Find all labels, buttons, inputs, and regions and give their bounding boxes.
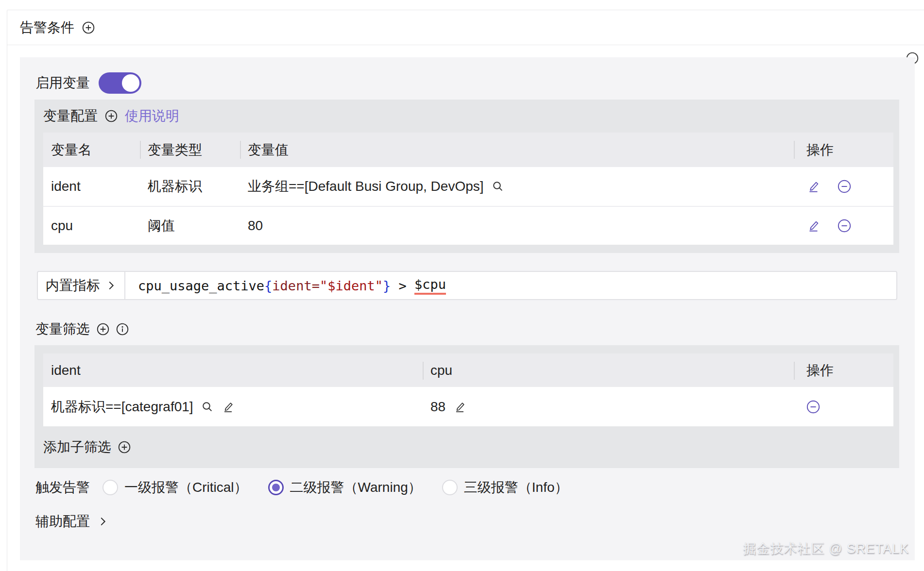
column-header: ident xyxy=(43,353,423,387)
edit-icon[interactable] xyxy=(453,400,467,414)
filter-cpu-text: 88 xyxy=(430,399,445,415)
variable-filter-section: identcpu操作 机器标识==[categraf01]88 添加子筛选 xyxy=(34,345,899,468)
column-header: 变量名 xyxy=(43,133,140,167)
severity-radio-option[interactable]: 一级报警（Critical） xyxy=(103,478,248,497)
variable-name: ident xyxy=(43,179,140,194)
alert-condition-card: 告警条件 启用变量 变量配置 使用说明 变量名变量类型变量值操作 ident机器… xyxy=(7,10,924,571)
promql-token: cpu_usage_active xyxy=(138,278,264,293)
chevron-right-icon xyxy=(98,516,108,527)
remove-row-minus-icon[interactable] xyxy=(806,400,820,414)
edit-icon[interactable] xyxy=(806,218,821,233)
radio-unselected-icon[interactable] xyxy=(442,480,458,495)
promql-token: ident= xyxy=(272,278,320,293)
severity-radio-option[interactable]: 三级报警（Info） xyxy=(442,478,568,497)
promql-token: > xyxy=(391,278,414,293)
variable-type: 阈值 xyxy=(140,217,240,235)
add-sub-filter-plus-icon xyxy=(118,441,131,453)
enable-variable-toggle[interactable] xyxy=(99,72,141,94)
card-header: 告警条件 xyxy=(7,10,924,45)
variable-type: 机器标识 xyxy=(140,177,240,196)
add-sub-filter-label: 添加子筛选 xyxy=(43,438,111,456)
variable-name: cpu xyxy=(43,218,140,234)
add-sub-filter-button[interactable]: 添加子筛选 xyxy=(34,426,899,468)
page-title: 告警条件 xyxy=(20,18,74,37)
severity-radio-label: 二级报警（Warning） xyxy=(290,478,422,497)
variable-value-text: 业务组==[Default Busi Group, DevOps] xyxy=(248,177,484,196)
search-icon[interactable] xyxy=(492,180,504,193)
column-header: 变量类型 xyxy=(140,133,240,167)
variable-row: ident机器标识业务组==[Default Busi Group, DevOp… xyxy=(43,167,893,206)
trigger-severity-label: 触发告警 xyxy=(35,478,90,497)
severity-radio-label: 三级报警（Info） xyxy=(464,478,568,497)
variable-filter-header: 变量筛选 xyxy=(35,320,129,338)
filter-info-icon[interactable] xyxy=(116,323,129,336)
variable-value: 业务组==[Default Busi Group, DevOps] xyxy=(240,177,794,196)
variable-config-title: 变量配置 xyxy=(43,107,98,125)
trigger-severity-row: 触发告警 一级报警（Critical）二级报警（Warning）三级报警（Inf… xyxy=(35,478,583,497)
filter-table-header-row: identcpu操作 xyxy=(43,353,893,387)
rule-panel: 启用变量 变量配置 使用说明 变量名变量类型变量值操作 ident机器标识业务组… xyxy=(20,57,915,560)
column-header: 变量值 xyxy=(240,133,794,167)
variable-filter-title: 变量筛选 xyxy=(35,320,90,338)
auxiliary-config-toggle[interactable]: 辅助配置 xyxy=(35,512,108,531)
promql-token: { xyxy=(264,278,272,293)
variable-value-text: 80 xyxy=(248,218,263,234)
column-header: 操作 xyxy=(794,353,893,387)
promql-token: } xyxy=(383,278,391,293)
severity-radio-label: 一级报警（Critical） xyxy=(124,478,248,497)
remove-row-minus-icon[interactable] xyxy=(838,219,851,233)
promql-token: "$ident" xyxy=(320,278,383,293)
search-icon[interactable] xyxy=(201,401,214,413)
promql-expression-input[interactable]: cpu_usage_active{ident="$ident"} > $cpu xyxy=(125,272,896,299)
builtin-metrics-label: 内置指标 xyxy=(46,276,100,295)
column-header: 操作 xyxy=(794,133,893,167)
variable-config-header: 变量配置 使用说明 xyxy=(34,100,899,133)
filter-row: 机器标识==[categraf01]88 xyxy=(43,387,893,426)
row-actions xyxy=(794,218,893,233)
builtin-metrics-button[interactable]: 内置指标 xyxy=(38,272,125,299)
variable-filter-table: identcpu操作 机器标识==[categraf01]88 xyxy=(43,353,893,426)
enable-variable-row: 启用变量 xyxy=(35,71,141,95)
severity-radio-option[interactable]: 二级报警（Warning） xyxy=(268,478,422,497)
filter-cpu-value: 88 xyxy=(423,399,794,415)
usage-help-link[interactable]: 使用说明 xyxy=(125,107,179,125)
column-header: cpu xyxy=(423,353,794,387)
row-actions xyxy=(794,179,893,194)
add-condition-plus-icon[interactable] xyxy=(82,21,95,34)
chevron-right-icon xyxy=(106,280,117,291)
remove-row-minus-icon[interactable] xyxy=(838,180,851,193)
variable-value: 80 xyxy=(240,218,794,234)
radio-selected-icon[interactable] xyxy=(268,480,284,495)
edit-icon[interactable] xyxy=(222,400,235,414)
enable-variable-label: 启用变量 xyxy=(35,74,90,92)
row-actions xyxy=(794,400,893,414)
filter-ident-value: 机器标识==[categraf01] xyxy=(43,398,423,416)
auxiliary-config-label: 辅助配置 xyxy=(35,512,90,531)
variable-table-header-row: 变量名变量类型变量值操作 xyxy=(43,133,893,167)
variable-config-table: 变量名变量类型变量值操作 ident机器标识业务组==[Default Busi… xyxy=(43,133,893,245)
promql-expression-bar: 内置指标 cpu_usage_active{ident="$ident"} > … xyxy=(37,271,897,300)
variable-config-section: 变量配置 使用说明 变量名变量类型变量值操作 ident机器标识业务组==[De… xyxy=(34,100,899,253)
variable-row: cpu阈值80 xyxy=(43,206,893,245)
add-filter-plus-icon[interactable] xyxy=(97,323,109,336)
filter-ident-text: 机器标识==[categraf01] xyxy=(51,398,193,416)
watermark-text: 掘金技术社区 @ SRETALK xyxy=(743,540,909,557)
promql-token: $cpu xyxy=(414,277,446,295)
add-variable-plus-icon[interactable] xyxy=(105,110,118,122)
radio-unselected-icon[interactable] xyxy=(103,480,118,495)
edit-icon[interactable] xyxy=(806,179,821,194)
